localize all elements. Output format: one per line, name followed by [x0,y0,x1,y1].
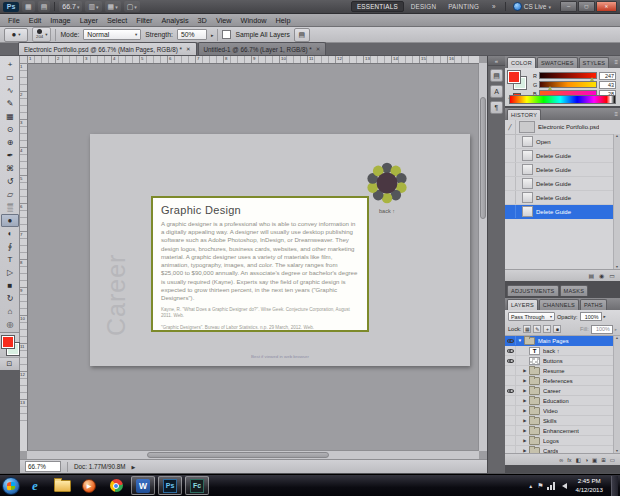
healing-brush-tool[interactable]: ⊕ [0,136,20,149]
history-state-row[interactable]: Open [505,135,620,149]
channel-value-field[interactable]: 43 [599,81,616,89]
taskbar-clock[interactable]: 2:45 PM 4/12/2013 [571,477,607,493]
visibility-toggle[interactable] [505,386,516,395]
arrange-documents-button[interactable]: ▦ ▾ [105,1,121,12]
status-zoom-field[interactable]: 66.7% [25,461,61,472]
restore-button[interactable]: ▢ [578,1,595,12]
canvas-horizontal-scrollbar[interactable] [27,450,479,459]
tab-layers[interactable]: LAYERS [507,299,538,310]
lock-transparency-icon[interactable]: ▦ [523,325,531,333]
path-selection-tool[interactable]: ▷ [0,266,20,279]
document-page[interactable]: Career Graphic Design A graphic designer… [90,134,470,366]
strength-input[interactable]: 50% [177,29,207,40]
quick-mask-button[interactable]: ⊡ [0,357,20,370]
delete-layer-icon[interactable]: ▭ [610,457,615,463]
quick-selection-tool[interactable]: ✎ [0,97,20,110]
clone-stamp-tool[interactable]: ⌘ [0,162,20,175]
new-snapshot-icon[interactable]: ◉ [599,272,604,279]
new-layer-icon[interactable]: ⊞ [601,457,606,463]
pen-tool[interactable]: ∮ [0,240,20,253]
menu-layer[interactable]: Layer [76,15,102,26]
taskbar-word[interactable]: W [131,476,155,495]
layer-row[interactable]: ▶ Skills [505,416,620,426]
scroll-up-icon[interactable]: ▲ [615,336,618,340]
scroll-up-icon[interactable]: ▲ [615,134,618,138]
history-source-cell[interactable] [505,163,516,176]
tab-channels[interactable]: CHANNELS [539,299,579,310]
history-source-cell[interactable] [505,191,516,204]
layer-row[interactable]: ▶ Cards [505,446,620,453]
workspace-design[interactable]: DESIGN [406,2,441,11]
lock-pixels-icon[interactable]: ✎ [533,325,541,333]
layers-scrollbar[interactable]: ▲ ▼ [613,336,620,453]
layer-row[interactable]: Buttons [505,356,620,366]
panel-menu-icon[interactable]: ≡ [614,59,618,65]
workspace-more-button[interactable]: » [487,2,501,11]
expand-arrow-icon[interactable]: ▶ [521,388,529,393]
opacity-spinner-icon[interactable]: ▸ [604,314,606,319]
show-desktop-button[interactable] [611,476,618,496]
opacity-field[interactable]: 100% [580,312,602,321]
tab-masks[interactable]: MASKS [560,285,589,296]
visibility-toggle[interactable] [505,446,516,453]
blur-tool[interactable]: ● [1,214,19,227]
close-tab-icon[interactable] [186,46,191,52]
delete-state-icon[interactable]: ▭ [609,272,615,279]
zoom-level-control[interactable]: 66.7 ▾ [59,1,82,12]
expand-arrow-icon[interactable]: ▶ [521,408,529,413]
history-state-row[interactable]: Delete Guide [505,149,620,163]
expand-arrow-icon[interactable]: ▶ [521,448,529,453]
canvas-vertical-scrollbar[interactable] [478,63,487,451]
type-tool[interactable]: T [0,253,20,266]
layer-row[interactable]: ▶ Video [505,406,620,416]
show-hidden-icons[interactable]: ▲ [528,483,533,489]
menu-edit[interactable]: Edit [25,15,46,26]
history-brush-source-icon[interactable]: ╱ [505,120,516,134]
visibility-toggle[interactable] [505,366,516,375]
menu-analysis[interactable]: Analysis [157,15,192,26]
tab-styles[interactable]: STYLES [579,57,610,68]
tool-preset-picker[interactable]: ● ▾ [4,28,28,42]
history-state-row[interactable]: Delete Guide [505,191,620,205]
menu-file[interactable]: File [4,15,24,26]
new-group-icon[interactable]: ▣ [592,457,597,463]
pasteboard[interactable]: Career Graphic Design A graphic designer… [27,63,479,451]
expand-arrow-icon[interactable]: ▶ [521,398,529,403]
launch-bridge-button[interactable]: ▦ [22,1,35,12]
tab-adjustments[interactable]: ADJUSTMENTS [507,285,559,296]
layer-row[interactable]: ▶ Logos [505,436,620,446]
visibility-toggle[interactable] [505,436,516,445]
link-layers-icon[interactable]: ∞ [559,457,563,463]
lasso-tool[interactable]: ∿ [0,84,20,97]
expand-arrow-icon[interactable]: ▶ [521,438,529,443]
blend-mode-select[interactable]: Pass Through ▾ [508,312,555,321]
minimize-button[interactable]: ─ [560,1,577,12]
visibility-toggle[interactable] [505,356,516,365]
layer-row[interactable]: ▶ Career [505,386,620,396]
history-source-cell[interactable] [505,135,516,148]
channel-slider[interactable] [539,72,597,79]
menu-select[interactable]: Select [103,15,131,26]
history-state-row[interactable]: Delete Guide [505,163,620,177]
workspace-essentials[interactable]: ESSENTIALS [351,1,404,12]
tab-swatches[interactable]: SWATCHES [537,57,578,68]
layer-row[interactable]: ▶ References [505,376,620,386]
menu-view[interactable]: View [212,15,236,26]
tab-paths[interactable]: PATHS [580,299,607,310]
hand-tool[interactable]: ⌂ [0,305,20,318]
layer-row[interactable]: ▶ Enhancement [505,426,620,436]
brush-preset-picker[interactable]: 204 ▾ [32,27,51,42]
3d-rotate-tool[interactable]: ↻ [0,292,20,305]
history-scrollbar[interactable]: ▲ ▼ [613,134,620,269]
layer-row[interactable]: ▶ Education [505,396,620,406]
action-center-flag-icon[interactable]: ⚑ [537,482,543,490]
history-source-cell[interactable] [505,177,516,190]
layer-style-icon[interactable]: fx [567,457,571,463]
new-document-from-state-icon[interactable]: ▤ [588,272,594,279]
visibility-toggle[interactable] [505,406,516,415]
expand-arrow-icon[interactable]: ▶ [521,428,529,433]
visibility-toggle[interactable] [505,376,516,385]
menu-image[interactable]: Image [46,15,74,26]
gradient-tool[interactable]: ▒ [0,201,20,214]
visibility-toggle[interactable] [505,396,516,405]
